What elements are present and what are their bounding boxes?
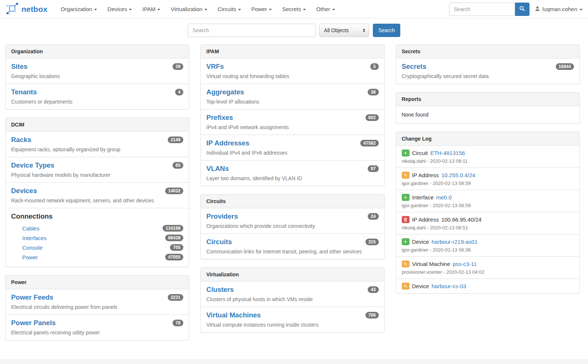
device-types-count-badge: 65: [173, 162, 183, 169]
list-item: Clusters 43 Clusters of physical hosts i…: [201, 282, 384, 307]
changelog-object-link[interactable]: harbour-cs-03: [432, 283, 466, 289]
chevron-down-icon: [238, 9, 241, 10]
changelog-object-type: Device: [412, 283, 429, 289]
changelog-entry: IP Address 10.255.0.4/24 igor.gardiner -…: [396, 168, 579, 190]
nav-power[interactable]: Power: [246, 0, 277, 18]
secrets-link[interactable]: Secrets: [402, 63, 427, 71]
item-description: Customers or departments: [11, 99, 183, 105]
interfaces-count-badge: 86438: [165, 235, 183, 241]
column-middle: IPAM VRFs 5 Virtual routing and forwardi…: [200, 44, 384, 341]
nav-ipam-label: IPAM: [142, 6, 156, 12]
devices-link[interactable]: Devices: [11, 187, 37, 195]
panel-power-heading: Power: [6, 276, 189, 289]
interfaces-link[interactable]: Interfaces: [22, 235, 47, 241]
list-item: Sites 39 Geographic locations: [6, 58, 189, 84]
tenants-link[interactable]: Tenants: [11, 88, 37, 96]
panel-dcim: DCIM Racks 2149 Equipment racks, optiona…: [5, 118, 189, 267]
panel-ipam-heading: IPAM: [201, 45, 384, 58]
top-navbar: netbox Organization Devices IPAM Virtual…: [0, 0, 588, 18]
console-link[interactable]: Console: [22, 245, 43, 251]
search-icon: [519, 6, 525, 13]
nav-devices[interactable]: Devices: [102, 0, 137, 18]
changelog-object-name: 100.66.95.40/24: [441, 216, 481, 223]
netbox-brand[interactable]: netbox: [6, 3, 47, 16]
item-description: Layer two domains, identified by VLAN ID: [206, 175, 378, 181]
item-description: Electrical panels receiving utility powe…: [11, 330, 183, 336]
circuits-link[interactable]: Circuits: [206, 238, 232, 246]
nav-organization[interactable]: Organization: [56, 0, 102, 18]
panel-reports: Reports None found: [396, 92, 580, 124]
changelog-object-link[interactable]: ETH-4813156: [430, 150, 465, 156]
prefixes-count-badge: 602: [365, 114, 379, 121]
panel-circuits: Circuits Providers 24 Organizations whic…: [200, 194, 384, 259]
navbar-search-input[interactable]: [449, 3, 515, 16]
search-scope-select[interactable]: All Objects: [319, 24, 369, 37]
panel-organization-heading: Organization: [6, 45, 189, 58]
virtual-machines-link[interactable]: Virtual Machines: [206, 311, 261, 319]
nav-secrets[interactable]: Secrets: [277, 0, 311, 18]
nav-virtualization[interactable]: Virtualization: [166, 0, 213, 18]
navbar-search-button[interactable]: [515, 3, 529, 16]
racks-link[interactable]: Racks: [11, 136, 31, 144]
item-description: Physical hardware models by manufacturer: [11, 172, 183, 178]
nav-other[interactable]: Other: [311, 0, 340, 18]
column-left: Organization Sites 39 Geographic locatio…: [5, 44, 189, 348]
connections-heading: Connections: [11, 212, 183, 220]
item-description: Electrical circuits delivering power fro…: [11, 304, 183, 310]
panel-reports-heading: Reports: [396, 92, 579, 106]
list-item: Secrets 16844 Cryptographically secured …: [396, 58, 579, 84]
nav-ipam[interactable]: IPAM: [137, 0, 166, 18]
power-feeds-link[interactable]: Power Feeds: [11, 293, 53, 301]
list-item: Virtual Machines 706 Virtual compute ins…: [201, 307, 384, 332]
item-description: Organizations which provide circuit conn…: [206, 223, 378, 229]
prefixes-link[interactable]: Prefixes: [206, 114, 233, 122]
power-feeds-count-badge: 2231: [168, 294, 184, 301]
devices-count-badge: 14032: [165, 188, 183, 194]
global-search-bar: All Objects Search: [0, 18, 588, 39]
item-description: Rack-mounted network equipment, servers,…: [11, 198, 183, 203]
changelog-object-link[interactable]: pss-c3-11: [453, 261, 477, 267]
cables-count-badge: 134198: [163, 225, 183, 232]
ip-addresses-count-badge: 47582: [360, 140, 378, 146]
vlans-count-badge: 97: [368, 165, 378, 172]
vrfs-link[interactable]: VRFs: [206, 63, 224, 71]
list-item: Racks 2149 Equipment racks, optionally o…: [6, 132, 189, 157]
aggregates-link[interactable]: Aggregates: [206, 88, 244, 96]
changelog-meta: igor.gardiner - 2020-02-13 08:36: [402, 247, 574, 253]
chevron-down-icon: [94, 9, 97, 10]
list-item: Power 47055: [11, 252, 183, 262]
power-connections-link[interactable]: Power: [22, 254, 38, 260]
power-panels-link[interactable]: Power Panels: [11, 319, 56, 327]
changelog-meta: provisioner.vcenter - 2020-02-13 04:02: [402, 269, 574, 275]
list-item: Device Types 65 Physical hardware models…: [6, 157, 189, 182]
list-item: Cables 134198: [11, 223, 183, 233]
sites-count-badge: 39: [173, 63, 183, 70]
cables-link[interactable]: Cables: [22, 225, 40, 232]
reports-empty-text: None found: [396, 106, 579, 123]
sites-link[interactable]: Sites: [11, 63, 27, 71]
user-menu[interactable]: luqman.cohen: [535, 6, 582, 13]
nav-secrets-label: Secrets: [282, 6, 301, 12]
providers-link[interactable]: Providers: [206, 212, 238, 220]
changelog-object-link[interactable]: 10.255.0.4/24: [441, 172, 475, 178]
changelog-meta: igor.gardiner - 2020-02-13 08:59: [402, 203, 574, 208]
list-item: Prefixes 602 IPv4 and IPv6 network assig…: [201, 109, 384, 135]
connections-section: Connections Cables 134198 Interfaces 864…: [6, 208, 189, 267]
item-description: Cryptographically secured secret data: [402, 73, 574, 79]
global-search-button[interactable]: Search: [373, 24, 400, 37]
list-item: Console 705: [11, 243, 183, 252]
pencil-icon: [402, 260, 410, 267]
vrfs-count-badge: 5: [370, 63, 379, 70]
dashboard: Organization Sites 39 Geographic locatio…: [0, 39, 588, 360]
select-arrows-icon: [363, 28, 365, 32]
tenants-count-badge: 4: [175, 89, 184, 95]
vlans-link[interactable]: VLANs: [206, 165, 229, 173]
global-search-input[interactable]: [188, 24, 315, 37]
nav-circuits[interactable]: Circuits: [213, 0, 246, 18]
ip-addresses-link[interactable]: IP Addresses: [206, 139, 249, 147]
changelog-object-link[interactable]: harbour-r219-as01: [432, 239, 478, 245]
changelog-object-link[interactable]: me0.0: [436, 194, 452, 200]
device-types-link[interactable]: Device Types: [11, 161, 54, 169]
clusters-link[interactable]: Clusters: [206, 286, 234, 294]
column-right: Secrets Secrets 16844 Cryptographically …: [396, 44, 580, 302]
